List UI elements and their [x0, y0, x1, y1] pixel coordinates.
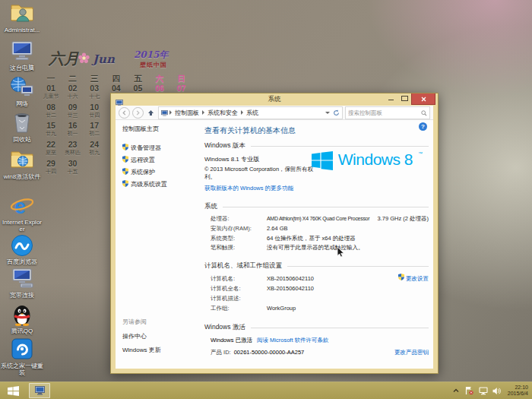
network-icon[interactable]: [479, 385, 488, 396]
windows8-logo-text: Windows 8: [338, 151, 413, 168]
sidebar-item-label: 远程设置: [131, 156, 155, 164]
uac-shield-icon: [398, 274, 404, 284]
breadcrumb-item-1[interactable]: 系统和安全: [206, 109, 239, 117]
info-row: 系统类型:64 位操作系统，基于 x64 的处理器: [211, 234, 429, 244]
info-value: AMD Athlon(tm) X4 760K Quad Core Process…: [267, 214, 369, 224]
desktop-icon-administrator-folder[interactable]: Administrat...: [1, 2, 43, 33]
sidebar-item-3[interactable]: 高级系统设置: [122, 180, 204, 188]
desktop-icon-win8-activation-folder[interactable]: win8激活软件: [1, 149, 43, 180]
info-row: 计算机描述:: [211, 294, 429, 304]
edition-copyright: © 2013 Microsoft Corporation，保留所有权利。: [204, 166, 320, 181]
taskbar-clock[interactable]: 22:10 2015/6/4: [506, 385, 528, 397]
window-content: 控制面板系统和安全系统 控制面板主页 设备管理器远程设置系统保护高级系统设置 另…: [116, 106, 433, 369]
desktop-icon-label: 宽带连接: [1, 292, 43, 299]
breadcrumb-dropdown-icon[interactable]: [325, 112, 330, 114]
start-button[interactable]: [0, 382, 26, 399]
minimize-button[interactable]: [384, 93, 397, 103]
search-input[interactable]: [346, 109, 421, 116]
info-value: 64 位操作系统，基于 x64 的处理器: [267, 234, 356, 244]
info-extra: 3.79 GHz (2 处理器): [374, 214, 429, 224]
tencent-qq-icon: [9, 303, 35, 326]
clock-date: 2015/6/4: [508, 391, 528, 397]
search-icon[interactable]: [421, 106, 429, 119]
forward-button[interactable]: [132, 107, 144, 119]
info-value: WorkGroup: [267, 304, 296, 314]
edition-header: Windows 版本: [204, 141, 245, 150]
info-value: 2.64 GB: [267, 224, 288, 234]
svg-text:e: e: [14, 195, 26, 217]
product-id-label: 产品 ID:: [211, 347, 231, 357]
info-row: 笔和触摸:没有可用于此显示器的笔或触控输入。: [211, 243, 429, 253]
info-label: 计算机全名:: [211, 284, 267, 294]
desktop-icon-column: Administrat...这台电脑网络回收站win8激活软件eInternet…: [0, 0, 44, 380]
desktop-icon-this-pc[interactable]: 这台电脑: [1, 40, 43, 71]
desktop-icon-system-home-reinstall[interactable]: 系统之家一键重装: [1, 338, 43, 376]
network-icon: [9, 76, 35, 99]
broadband-connection-icon: [9, 268, 35, 290]
change-settings-action[interactable]: 更改设置: [398, 274, 429, 284]
internet-explorer-icon: e: [9, 195, 35, 217]
sidebar-item-2[interactable]: 系统保护: [122, 168, 204, 176]
change-product-key-link[interactable]: 更改产品密钥: [394, 347, 429, 357]
computer-name-header: 计算机名、域和工作组设置: [204, 261, 282, 271]
desktop-icon-baidu-browser[interactable]: 百度浏览器: [1, 234, 43, 265]
info-row: 处理器:AMD Athlon(tm) X4 760K Quad Core Pro…: [211, 214, 429, 224]
hidden-icons-chevron-icon[interactable]: [451, 385, 461, 396]
breadcrumb-item-0[interactable]: 控制面板: [173, 109, 201, 117]
activation-header: Windows 激活: [204, 323, 245, 332]
page-title: 查看有关计算机的基本信息: [204, 125, 429, 136]
volume-icon[interactable]: [492, 385, 502, 396]
breadcrumb[interactable]: 控制面板系统和安全系统: [158, 106, 343, 119]
taskbar-system-window-button[interactable]: [29, 383, 50, 398]
sidebar-item-label: 高级系统设置: [131, 180, 167, 188]
sidebar-item-1[interactable]: 远程设置: [122, 156, 204, 164]
get-more-features-link[interactable]: 获取新版本的 Windows 的更多功能: [204, 185, 293, 192]
system-tray: 22:10 2015/6/4: [451, 385, 532, 397]
recycle-bin-icon: [9, 112, 35, 135]
see-also-link-0[interactable]: 操作中心: [122, 332, 161, 340]
baidu-browser-icon: [9, 234, 35, 257]
window-titlebar[interactable]: 系统: [111, 93, 438, 106]
info-value: XB-201506042110: [267, 284, 314, 294]
breadcrumb-item-2[interactable]: 系统: [245, 109, 260, 117]
breadcrumb-separator-icon: [169, 110, 172, 115]
desktop-icon-broadband-connection[interactable]: 宽带连接: [1, 268, 43, 299]
help-icon[interactable]: ?: [419, 122, 427, 131]
system-home-reinstall-icon: [9, 338, 35, 361]
close-button[interactable]: [411, 93, 435, 105]
desktop-icon-network[interactable]: 网络: [1, 76, 43, 107]
info-row: 安装内存(RAM):2.64 GB: [211, 224, 429, 234]
see-also-header: 另请参阅: [122, 318, 161, 326]
desktop-icon-recycle-bin[interactable]: 回收站: [1, 112, 43, 143]
sidebar-item-home[interactable]: 控制面板主页: [122, 125, 204, 133]
desktop-icon-label: Internet Explorer: [1, 219, 43, 233]
desktop-icon-label: 回收站: [1, 136, 43, 143]
taskbar: 22:10 2015/6/4: [0, 382, 532, 399]
uac-shield-icon: [122, 156, 128, 164]
desktop-icon-label: Administrat...: [1, 27, 43, 33]
up-button[interactable]: [146, 108, 156, 118]
info-row: 工作组:WorkGroup: [211, 304, 429, 314]
clock-time: 22:10: [508, 385, 528, 391]
license-terms-link[interactable]: 阅读 Microsoft 软件许可条款: [257, 335, 329, 345]
info-value: XB-201506042110: [267, 274, 314, 284]
desktop-icon-label: 网络: [1, 100, 43, 107]
info-label: 工作组:: [211, 304, 267, 314]
control-panel-sidebar: 控制面板主页 设备管理器远程设置系统保护高级系统设置 另请参阅 操作中心Wind…: [116, 120, 204, 369]
change-settings-link[interactable]: 更改设置: [406, 274, 429, 284]
desktop-icon-tencent-qq[interactable]: 腾讯QQ: [1, 303, 43, 334]
see-also-link-1[interactable]: Windows 更新: [122, 346, 161, 354]
back-button[interactable]: [119, 107, 130, 119]
refresh-icon[interactable]: [333, 106, 340, 119]
uac-shield-icon: [122, 144, 128, 152]
windows8-logo-icon: [312, 151, 333, 173]
desktop-icon-label: win8激活软件: [1, 173, 43, 180]
search-box[interactable]: [345, 106, 430, 119]
breadcrumb-location-icon: [161, 106, 168, 119]
action-center-flag-icon[interactable]: [465, 385, 474, 396]
sidebar-item-0[interactable]: 设备管理器: [122, 144, 204, 152]
desktop-icon-internet-explorer[interactable]: eInternet Explorer: [1, 195, 43, 233]
computer-name-section: 计算机名、域和工作组设置 计算机名:XB-201506042110更改设置计算机…: [204, 261, 429, 313]
system-info-pane: ? 查看有关计算机的基本信息 Windows 版本 Windows 8.1 专业…: [204, 120, 430, 369]
maximize-button[interactable]: [397, 93, 411, 103]
